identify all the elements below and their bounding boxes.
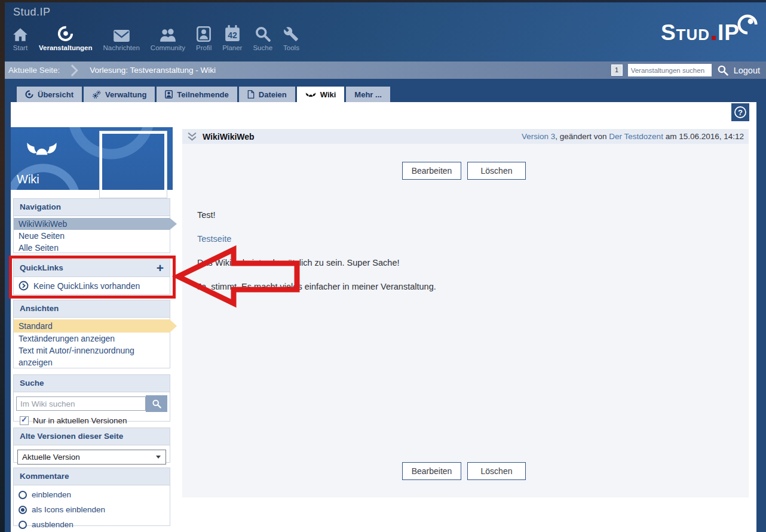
- testseite-link[interactable]: Testseite: [197, 234, 231, 244]
- tab-uebersicht[interactable]: Übersicht: [17, 87, 82, 102]
- search-icon: [255, 24, 271, 42]
- nav-item-suche[interactable]: Suche: [247, 24, 278, 51]
- question-mark: ?: [738, 108, 743, 117]
- breadcrumb-bar: Aktuelle Seite: Vorlesung: Testveranstal…: [0, 61, 766, 79]
- section-title-navigation: Navigation: [14, 199, 170, 216]
- tab-dateien[interactable]: Dateien: [239, 87, 295, 102]
- breadcrumb-label: Aktuelle Seite:: [8, 66, 60, 75]
- studip-logo[interactable]: StudIP: [661, 20, 740, 45]
- nav-item-tools[interactable]: Tools: [278, 24, 305, 51]
- version-select[interactable]: Aktuelle Version: [17, 450, 166, 465]
- current-versions-checkbox[interactable]: [20, 416, 29, 425]
- comments-option-einblenden[interactable]: einblenden: [14, 487, 170, 502]
- add-quicklink-button[interactable]: +: [157, 261, 164, 275]
- course-search-button[interactable]: [717, 64, 728, 76]
- files-icon: [247, 90, 255, 99]
- tab-verwaltung[interactable]: Verwaltung: [84, 87, 155, 102]
- version-link[interactable]: Version 3: [522, 132, 555, 141]
- view-item-autorenzuordnung[interactable]: Text mit Autor/-innenzuordnung anzeigen: [14, 345, 159, 368]
- sidebar-banner-title: Wiki: [17, 173, 39, 186]
- calendar-icon: 42: [225, 24, 240, 42]
- nav-item-veranstaltungen[interactable]: Veranstaltungen: [33, 24, 97, 51]
- home-icon: [13, 24, 28, 42]
- section-title-suche: Suche: [14, 375, 170, 392]
- sidebar-section-navigation: Navigation WikiWikiWeb Neue Seiten Alle …: [13, 198, 170, 253]
- wiki-paragraph: Test!: [197, 210, 216, 220]
- sidebar-section-suche: Suche Nur in aktuellen Versionen: [13, 374, 170, 422]
- comments-option-als-icons[interactable]: als Icons einblenden: [14, 502, 170, 517]
- wiki-helmet-icon: [305, 91, 316, 97]
- view-item-textaenderungen[interactable]: Textänderungen anzeigen: [14, 333, 170, 345]
- community-icon: [160, 24, 176, 42]
- radio-selected-icon: [19, 506, 27, 514]
- wiki-paragraph: Das Wiki scheint sehr nützlich zu sein. …: [197, 258, 399, 267]
- author-link[interactable]: Der Testdozent: [609, 132, 663, 141]
- sidebar-item-wikiwikiweb[interactable]: WikiWikiWeb: [14, 218, 170, 230]
- top-header: Stud.IP Start Veranstaltungen Nachrichte…: [0, 0, 766, 61]
- sidebar-section-quicklinks: QuickLinks + Keine QuickLinks vorhanden: [13, 259, 170, 295]
- window-counter-badge: 1: [611, 64, 623, 76]
- wiki-content-panel: WikiWikiWeb Version 3, geändert von Der …: [182, 129, 749, 497]
- section-title-ansichten: Ansichten: [14, 300, 170, 318]
- logo-spiral-icon: [737, 14, 758, 37]
- radio-icon: [19, 491, 27, 499]
- nav-item-start[interactable]: Start: [7, 24, 33, 51]
- wiki-search-input[interactable]: [16, 396, 146, 411]
- nav-item-community[interactable]: Community: [145, 24, 191, 51]
- sidebar-item-neue-seiten[interactable]: Neue Seiten: [14, 230, 170, 242]
- wiki-search-button[interactable]: [146, 395, 167, 412]
- wiki-helmet-icon: [26, 139, 58, 159]
- edit-button-top[interactable]: Bearbeiten: [402, 162, 461, 180]
- sidebar-item-alle-seiten[interactable]: Alle Seiten: [14, 242, 170, 254]
- overview-swirl-icon: [25, 90, 33, 99]
- nav-item-planer[interactable]: 42 Planer: [217, 24, 247, 51]
- section-title-quicklinks: QuickLinks: [20, 260, 63, 276]
- course-tabs: Übersicht Verwaltung Teilnehmende Dateie…: [17, 87, 390, 102]
- tab-mehr[interactable]: Mehr ...: [346, 87, 390, 102]
- section-title-kommentare: Kommentare: [14, 468, 170, 485]
- breadcrumb-current-page: Vorlesung: Testveranstaltung - Wiki: [90, 66, 216, 75]
- dropdown-caret-icon: [156, 456, 161, 459]
- wiki-page-header: WikiWikiWeb Version 3, geändert von Der …: [182, 129, 749, 144]
- profile-icon: [197, 24, 211, 42]
- course-photo: [100, 131, 167, 198]
- help-button[interactable]: ?: [731, 103, 749, 121]
- nav-item-nachrichten[interactable]: Nachrichten: [97, 24, 145, 51]
- sidebar-section-kommentare: Kommentare einblenden als Icons einblend…: [13, 468, 170, 526]
- edit-button-bottom[interactable]: Bearbeiten: [402, 462, 461, 480]
- tab-teilnehmende[interactable]: Teilnehmende: [157, 87, 237, 102]
- collapse-icon[interactable]: [187, 132, 197, 141]
- seminar-swirl-icon: [57, 24, 73, 42]
- section-title-versionen: Alte Versionen dieser Seite: [14, 428, 170, 445]
- sidebar-section-versionen: Alte Versionen dieser Seite Aktuelle Ver…: [13, 428, 170, 463]
- gears-icon: [92, 90, 101, 99]
- wiki-paragraph: Ja, stimmt. Es macht vieles einfacher in…: [197, 282, 436, 291]
- radio-icon: [19, 521, 27, 529]
- sidebar-section-ansichten: Ansichten Standard Textänderungen anzeig…: [13, 300, 170, 368]
- version-info: Version 3, geändert von Der Testdozent a…: [522, 132, 744, 141]
- desktop-edge-left: [0, 0, 5, 532]
- tab-wiki[interactable]: Wiki: [297, 87, 345, 102]
- wiki-page-title: WikiWikiWeb: [203, 132, 255, 142]
- delete-button-top[interactable]: Löschen: [467, 162, 526, 180]
- course-search-input[interactable]: [628, 64, 712, 76]
- calendar-badge: 42: [228, 30, 237, 40]
- comments-option-ausblenden[interactable]: ausblenden: [14, 517, 170, 532]
- participants-icon: [165, 90, 173, 99]
- nav-item-profil[interactable]: Profil: [191, 24, 217, 51]
- current-versions-label: Nur in aktuellen Versionen: [33, 416, 127, 425]
- logo-red-dot: [712, 36, 716, 40]
- desktop-edge-top: [0, 0, 766, 2]
- brand-text: Stud.IP: [13, 6, 51, 19]
- wrench-icon: [283, 24, 299, 42]
- main-navigation: Start Veranstaltungen Nachrichten Commun…: [7, 24, 305, 51]
- mail-icon: [114, 24, 130, 42]
- delete-button-bottom[interactable]: Löschen: [467, 462, 526, 480]
- view-item-standard[interactable]: Standard: [14, 319, 170, 333]
- quicklinks-empty-text: Keine QuickLinks vorhanden: [33, 281, 140, 291]
- goto-circle-icon: [19, 281, 29, 291]
- breadcrumb-chevron-icon: [66, 64, 78, 76]
- logout-link[interactable]: Logout: [734, 66, 760, 75]
